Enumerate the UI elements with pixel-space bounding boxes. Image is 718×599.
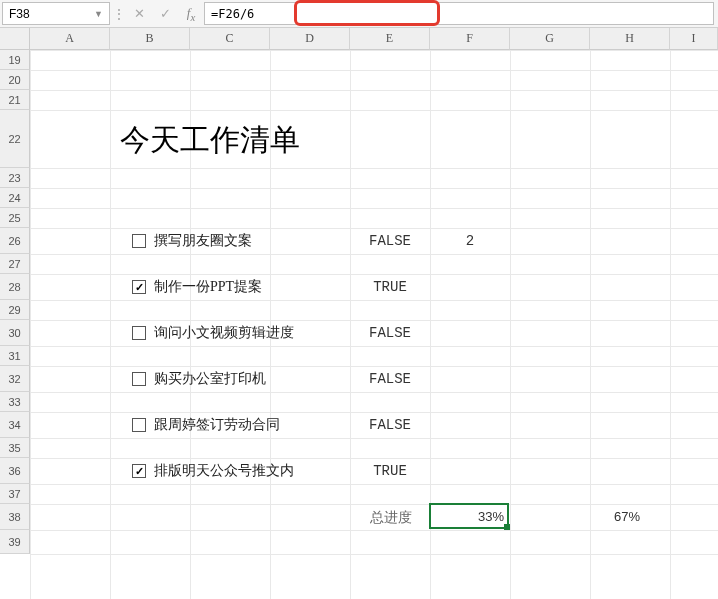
- summary-label: 总进度: [370, 509, 412, 527]
- row-header-33[interactable]: 33: [0, 392, 30, 412]
- checkbox[interactable]: [132, 280, 146, 294]
- select-all-corner[interactable]: [0, 28, 30, 50]
- todo-extra: 2: [430, 233, 510, 249]
- formula-bar: F38 ▼ ⋮ ✕ ✓ fx =F26/6: [0, 0, 718, 28]
- accept-formula-icon[interactable]: ✓: [152, 0, 178, 27]
- active-cell-outline: [429, 503, 509, 529]
- formula-text: =F26/6: [211, 7, 254, 21]
- formula-input[interactable]: =F26/6: [204, 2, 714, 25]
- row-header-21[interactable]: 21: [0, 90, 30, 110]
- row-header-37[interactable]: 37: [0, 484, 30, 504]
- separator-dots-icon: ⋮: [112, 0, 126, 27]
- cancel-formula-icon[interactable]: ✕: [126, 0, 152, 27]
- todo-value: TRUE: [350, 463, 430, 479]
- col-header-G[interactable]: G: [510, 28, 590, 50]
- todo-row: 排版明天公众号推文内: [132, 462, 294, 480]
- row-header-39[interactable]: 39: [0, 530, 30, 554]
- column-headers: ABCDEFGHI: [30, 28, 718, 50]
- row-header-28[interactable]: 28: [0, 274, 30, 300]
- row-headers: 1920212223242526272829303132333435363738…: [0, 50, 30, 554]
- row-header-29[interactable]: 29: [0, 300, 30, 320]
- progress-pct-h: 67%: [580, 509, 640, 524]
- todo-value: FALSE: [350, 325, 430, 341]
- sheet-area: ABCDEFGHI 192021222324252627282930313233…: [0, 28, 718, 599]
- todo-label: 排版明天公众号推文内: [154, 462, 294, 480]
- todo-row: 撰写朋友圈文案: [132, 232, 252, 250]
- col-header-F[interactable]: F: [430, 28, 510, 50]
- col-header-E[interactable]: E: [350, 28, 430, 50]
- row-header-26[interactable]: 26: [0, 228, 30, 254]
- col-header-C[interactable]: C: [190, 28, 270, 50]
- row-header-30[interactable]: 30: [0, 320, 30, 346]
- row-header-32[interactable]: 32: [0, 366, 30, 392]
- todo-value: TRUE: [350, 279, 430, 295]
- row-header-34[interactable]: 34: [0, 412, 30, 438]
- name-box[interactable]: F38 ▼: [2, 2, 110, 25]
- col-header-H[interactable]: H: [590, 28, 670, 50]
- row-header-24[interactable]: 24: [0, 188, 30, 208]
- row-header-35[interactable]: 35: [0, 438, 30, 458]
- checkbox[interactable]: [132, 372, 146, 386]
- row-header-38[interactable]: 38: [0, 504, 30, 530]
- todo-label: 跟周婷签订劳动合同: [154, 416, 280, 434]
- page-title: 今天工作清单: [120, 120, 300, 161]
- row-header-31[interactable]: 31: [0, 346, 30, 366]
- cell-reference: F38: [9, 7, 30, 21]
- row-header-27[interactable]: 27: [0, 254, 30, 274]
- checkbox[interactable]: [132, 418, 146, 432]
- todo-value: FALSE: [350, 233, 430, 249]
- row-header-22[interactable]: 22: [0, 110, 30, 168]
- fx-icon[interactable]: fx: [178, 0, 204, 27]
- todo-label: 撰写朋友圈文案: [154, 232, 252, 250]
- todo-label: 制作一份PPT提案: [154, 278, 262, 296]
- todo-value: FALSE: [350, 417, 430, 433]
- col-header-I[interactable]: I: [670, 28, 718, 50]
- todo-row: 跟周婷签订劳动合同: [132, 416, 280, 434]
- todo-row: 购买办公室打印机: [132, 370, 266, 388]
- todo-row: 制作一份PPT提案: [132, 278, 262, 296]
- checkbox[interactable]: [132, 234, 146, 248]
- name-box-dropdown-icon[interactable]: ▼: [94, 9, 103, 19]
- row-header-36[interactable]: 36: [0, 458, 30, 484]
- checkbox[interactable]: [132, 464, 146, 478]
- col-header-D[interactable]: D: [270, 28, 350, 50]
- todo-label: 购买办公室打印机: [154, 370, 266, 388]
- checkbox[interactable]: [132, 326, 146, 340]
- row-header-20[interactable]: 20: [0, 70, 30, 90]
- todo-row: 询问小文视频剪辑进度: [132, 324, 294, 342]
- todo-value: FALSE: [350, 371, 430, 387]
- row-header-19[interactable]: 19: [0, 50, 30, 70]
- col-header-B[interactable]: B: [110, 28, 190, 50]
- col-header-A[interactable]: A: [30, 28, 110, 50]
- todo-label: 询问小文视频剪辑进度: [154, 324, 294, 342]
- row-header-23[interactable]: 23: [0, 168, 30, 188]
- grid[interactable]: 今天工作清单撰写朋友圈文案FALSE2制作一份PPT提案TRUE询问小文视频剪辑…: [30, 50, 718, 599]
- row-header-25[interactable]: 25: [0, 208, 30, 228]
